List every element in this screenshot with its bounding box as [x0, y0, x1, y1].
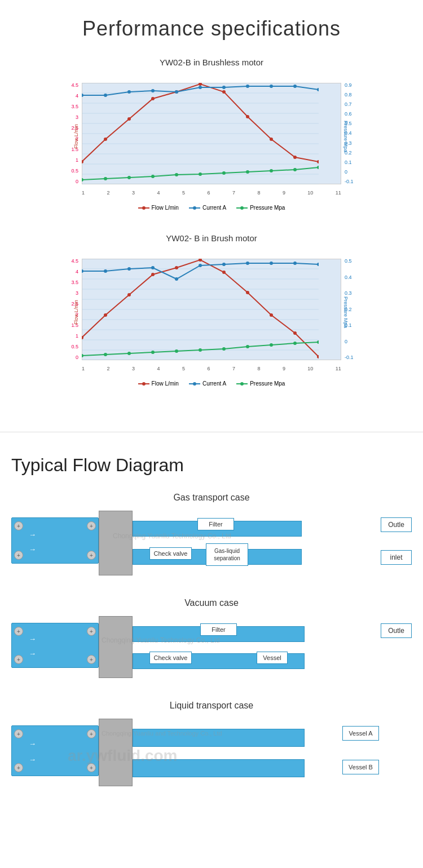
connector-block — [99, 511, 133, 575]
l-screw-bl: + — [14, 763, 23, 772]
chart1-container: YW02-B in Brushless motor 4.5 4 3.5 3 2.… — [59, 57, 364, 211]
svg-point-19 — [270, 138, 273, 141]
svg-point-66 — [82, 269, 83, 273]
svg-point-69 — [151, 266, 155, 269]
svg-point-13 — [127, 117, 131, 121]
gas-transport-diagram: + + + + → → Filter Check valve Gas-liqui… — [11, 511, 412, 575]
v-check-valve-label: Check valve — [149, 652, 192, 664]
svg-point-77 — [82, 354, 83, 357]
legend-flow: Flow L/min — [138, 205, 179, 211]
svg-point-25 — [151, 89, 155, 92]
svg-point-72 — [222, 263, 226, 266]
filter-label: Filter — [197, 518, 234, 530]
svg-point-18 — [246, 115, 249, 118]
vacuum-pump-body: + + + + → → — [11, 623, 99, 668]
svg-point-26 — [175, 90, 178, 94]
svg-point-22 — [82, 94, 83, 97]
liquid-transport-title: Liquid transport case — [11, 701, 412, 711]
l-connector — [99, 719, 133, 786]
perf-title: Performance specifications — [11, 17, 412, 41]
chart1-x-axis: 1 2 3 4 5 6 7 8 9 10 11 — [82, 190, 341, 196]
pump-body: + + + + → → — [11, 517, 99, 564]
l-pump-arrow-bottom: → — [29, 755, 36, 764]
pump-arrow-bottom: → — [29, 545, 36, 553]
svg-point-43 — [317, 166, 319, 169]
svg-point-63 — [270, 313, 273, 317]
svg-point-36 — [151, 175, 155, 178]
svg-point-58 — [151, 273, 155, 276]
svg-point-86 — [293, 342, 297, 345]
v-vessel-label: Vessel — [257, 652, 288, 664]
check-valve-label: Check valve — [149, 547, 192, 560]
screw-bl: + — [14, 551, 23, 560]
section-divider — [0, 432, 423, 432]
v-screw-tl: + — [14, 627, 23, 636]
svg-point-80 — [151, 351, 155, 354]
svg-point-85 — [270, 343, 273, 347]
svg-point-34 — [104, 177, 107, 180]
svg-point-21 — [317, 160, 319, 163]
legend-flow-icon — [138, 207, 149, 209]
svg-point-40 — [246, 170, 249, 174]
liquid-pump-body: + + + + → → — [11, 725, 99, 776]
svg-point-67 — [104, 269, 107, 273]
performance-section: Performance specifications YW02-B in Bru… — [0, 0, 423, 420]
svg-point-38 — [199, 172, 202, 176]
gas-transport-title: Gas transport case — [11, 493, 412, 503]
vacuum-case: Vacuum case + + + + → → Filter Check val… — [11, 598, 412, 678]
svg-point-41 — [270, 169, 273, 172]
v-outlet-box: Outle — [381, 623, 412, 638]
l-screw-br: + — [87, 763, 96, 772]
svg-point-83 — [222, 347, 226, 351]
svg-point-39 — [222, 171, 226, 175]
screw-br: + — [87, 551, 96, 560]
liquid-diagram: + + + + → → Vessel A Vessel B ar.ywfluid… — [11, 719, 412, 786]
svg-point-28 — [222, 86, 226, 89]
pump-arrow-top: → — [29, 530, 36, 539]
svg-point-31 — [293, 85, 297, 88]
v-pump-arrow-top: → — [29, 635, 36, 643]
chart1-wrapper: 4.5 4 3.5 3 2.5 2 1.5 1 0.5 0 0.9 0.8 0.… — [59, 72, 364, 201]
svg-point-82 — [199, 348, 202, 352]
v-screw-bl: + — [14, 655, 23, 664]
chart2-y-right-title: Pressure Mpa — [343, 296, 349, 328]
chart2-y-left-title: Flow L/min — [73, 300, 79, 325]
svg-point-35 — [127, 176, 131, 179]
legend2-current: Current A — [189, 380, 226, 387]
l-screw-tr: + — [87, 729, 96, 738]
svg-point-27 — [199, 86, 202, 89]
svg-point-60 — [199, 259, 202, 262]
v-screw-tr: + — [87, 627, 96, 636]
svg-point-73 — [246, 262, 249, 265]
chart2-wrapper: 4.5 4 3.5 3 2.5 2 1.5 1 0.5 0 0.5 0.4 0.… — [59, 247, 364, 377]
svg-point-12 — [104, 138, 107, 141]
chart2-legend: Flow L/min Current A Pressure Mpa — [59, 380, 364, 387]
screw-tl: + — [14, 521, 23, 530]
v-filter-label: Filter — [200, 623, 237, 636]
legend2-current-icon — [189, 383, 200, 384]
chart1-title: YW02-B in Brushless motor — [59, 57, 364, 67]
gas-transport-case: Gas transport case + + + + → → Filter — [11, 493, 412, 575]
legend-current-icon — [189, 207, 200, 209]
chart2-x-axis: 1 2 3 4 5 6 7 8 9 10 11 — [82, 366, 341, 371]
svg-point-87 — [317, 340, 319, 344]
chart1-y-right-title: Pressure Mpa — [343, 121, 349, 152]
legend-current: Current A — [189, 205, 226, 211]
svg-point-24 — [127, 90, 131, 94]
gas-liquid-label: Gas-liquidseparation — [206, 543, 248, 566]
inlet-box: inlet — [381, 550, 412, 565]
svg-point-57 — [127, 293, 131, 296]
svg-point-62 — [246, 291, 249, 294]
svg-point-61 — [222, 271, 226, 274]
svg-point-20 — [293, 156, 297, 159]
chart2-container: YW02- B in Brush motor 4.5 4 3.5 3 2.5 2… — [59, 233, 364, 387]
svg-point-84 — [246, 345, 249, 348]
chart2-title: YW02- B in Brush motor — [59, 233, 364, 243]
flow-title: Typical Flow Diagram — [11, 455, 412, 476]
svg-point-29 — [246, 85, 249, 88]
chart1-y-left-title: Flow L/min — [73, 124, 79, 149]
chart1-svg — [82, 83, 319, 184]
legend-pressure: Pressure Mpa — [236, 205, 285, 211]
svg-point-37 — [175, 173, 178, 176]
liquid-transport-case: Liquid transport case + + + + → → Vessel… — [11, 701, 412, 786]
